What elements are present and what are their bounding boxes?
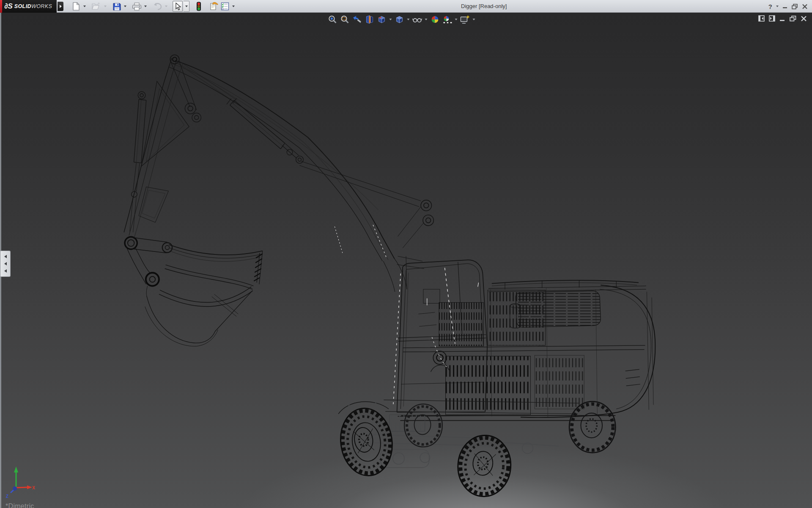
close-icon[interactable] [802, 4, 808, 9]
options-dropdown[interactable] [231, 1, 236, 12]
engine-body [397, 256, 656, 420]
svg-text:X: X [32, 486, 35, 490]
triad-y-axis [14, 467, 18, 488]
rebuild-traffic-light-icon [196, 2, 201, 11]
undo-dropdown[interactable] [164, 1, 168, 12]
select-tool-dropdown[interactable] [184, 1, 189, 12]
titlebar: ∂S SOLIDWORKS [0, 0, 812, 13]
undo-icon [153, 3, 162, 10]
digger-wireframe-model[interactable] [0, 13, 812, 508]
options-button[interactable] [220, 1, 230, 12]
main-toolbar [71, 0, 236, 13]
solidworks-logo-text: SOLIDWORKS [14, 3, 52, 9]
flyout-arrow-icon [60, 5, 62, 8]
solidworks-logo: ∂S SOLIDWORKS [0, 0, 57, 13]
menu-flyout-arrow[interactable] [58, 2, 63, 11]
print-dropdown[interactable] [143, 1, 148, 12]
file-properties-icon [209, 2, 218, 11]
open-document-dropdown[interactable] [103, 1, 107, 12]
window-title: Digger [Read-only] [461, 3, 507, 9]
open-document-button[interactable] [91, 1, 102, 12]
view-orientation-label: *Dimetric [5, 502, 34, 508]
save-button[interactable] [112, 1, 122, 12]
boom-arm [124, 55, 395, 261]
open-folder-icon [92, 3, 101, 10]
options-icon [221, 2, 229, 11]
select-cursor-icon [174, 3, 181, 11]
print-icon [132, 3, 141, 11]
svg-text:Z: Z [6, 494, 8, 499]
restore-icon[interactable] [792, 4, 798, 9]
new-document-icon [72, 2, 80, 11]
help-icon[interactable]: ? [768, 3, 772, 10]
save-dropdown[interactable] [123, 1, 127, 12]
wheel-rear-near [456, 433, 513, 498]
triad-x-axis: X [16, 486, 35, 491]
solidworks-logo-glyph: ∂S [4, 2, 13, 11]
print-button[interactable] [132, 1, 142, 12]
minimize-icon[interactable] [782, 4, 788, 9]
help-dropdown-icon[interactable] [776, 6, 779, 7]
titlebar-controls: ? [768, 0, 808, 13]
select-tool-button[interactable] [173, 1, 183, 12]
reference-triad: X Z [3, 463, 37, 501]
new-document-dropdown[interactable] [82, 1, 87, 12]
wheel-front-near [336, 405, 396, 479]
hydraulic-cylinders [130, 61, 434, 292]
triad-z-axis: Z [6, 486, 17, 499]
brand-red-strip [0, 0, 2, 13]
bucket [125, 237, 263, 346]
wheel-rear-far [569, 401, 615, 453]
file-properties-button[interactable] [208, 1, 219, 12]
new-document-button[interactable] [71, 1, 81, 12]
graphics-viewport[interactable]: X Z *Dimetric [0, 13, 812, 508]
undo-button[interactable] [152, 1, 163, 12]
rebuild-button[interactable] [194, 1, 204, 12]
save-floppy-icon [113, 3, 121, 11]
